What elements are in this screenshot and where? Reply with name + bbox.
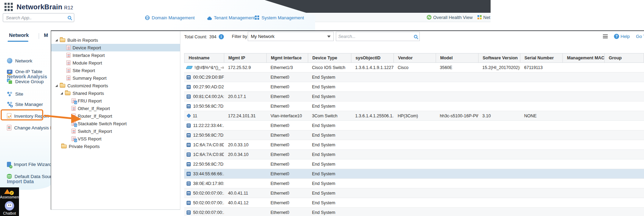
overall-health-view-link[interactable]: Overall Health View xyxy=(427,15,473,20)
cell xyxy=(351,198,394,207)
end-system-icon xyxy=(187,172,191,176)
table-row[interactable]: !@#$%^&*()_-=...172.25.52.9Ethernet1/3Ci… xyxy=(184,63,644,72)
table-row[interactable]: 1C:6A:7A:C0:8D...20.0.34.10Ethernet0End … xyxy=(184,150,644,159)
table-row[interactable]: 00:27:90:AD:D2...Ethernet0End System xyxy=(184,82,644,92)
cell: Ethernet0 xyxy=(266,92,308,101)
table-row[interactable]: 50:02:00:07:00:...40.0.41.12Ethernet0End… xyxy=(184,198,644,208)
expand-caret-icon[interactable] xyxy=(55,85,58,87)
sidebar-item-default-data-sourc[interactable]: Default Data Sourc xyxy=(7,173,51,180)
end-system-icon xyxy=(187,85,191,89)
table-search-input[interactable] xyxy=(338,34,414,39)
column-header-hostname[interactable]: Hostname xyxy=(184,53,224,62)
change-analysis-icon xyxy=(7,125,11,130)
table-row[interactable]: 38:0E:4D:17:80:...Ethernet0End System xyxy=(184,179,644,188)
hostname-text: 11 xyxy=(193,114,197,118)
sidebar-item-device-group[interactable]: Device Group xyxy=(7,78,44,85)
cell: Ethernet0 xyxy=(266,208,308,216)
cell xyxy=(520,198,562,207)
cell xyxy=(436,130,478,140)
expand-caret-icon[interactable] xyxy=(55,39,58,41)
network-filter-select[interactable]: My Network xyxy=(248,32,334,41)
nav-domain-management[interactable]: Domain Management xyxy=(145,15,195,20)
app-search-input[interactable] xyxy=(6,15,68,20)
cell: 3560E xyxy=(436,63,478,72)
nav-label: Domain Management xyxy=(152,15,195,20)
tree-node-built-in-reports[interactable]: Built-in Reports xyxy=(51,36,180,44)
menu-icon[interactable] xyxy=(603,35,608,38)
table-row[interactable]: 11:22:22:33:44:...Ethernet0End System xyxy=(184,121,644,130)
app-launcher-icon[interactable] xyxy=(4,3,13,11)
sidebar-item-site[interactable]: Site xyxy=(7,90,23,98)
column-header-management-mac[interactable]: Management MAC xyxy=(563,53,605,62)
info-icon[interactable]: i xyxy=(219,34,224,39)
tree-node-site-report[interactable]: Site Report xyxy=(51,67,180,74)
table-row[interactable]: 50:02:00:07:00:...Ethernet0End System xyxy=(184,208,644,216)
dock-item-chatbot[interactable]: Chatbot xyxy=(0,211,19,215)
tree-node-other-if-report[interactable]: Other_If_Report xyxy=(51,105,180,112)
tree-node-customized-reports[interactable]: Customized Reports xyxy=(51,82,180,89)
table-row[interactable]: 00:81:C4:00:2A:...20.0.17.1Ethernet0End … xyxy=(184,92,644,101)
tree-node-vss-report[interactable]: VSS Report xyxy=(51,135,180,143)
table-row[interactable]: 22:50:56:8C:7D:...Ethernet0End System xyxy=(184,159,644,169)
active-tab-underline xyxy=(8,41,28,42)
table-row[interactable]: 00:0C:29:D0:BF:...Ethernet0End System xyxy=(184,72,644,82)
column-header-group[interactable]: Group xyxy=(605,53,644,62)
tree-node-device-report[interactable]: Device Report xyxy=(51,44,180,51)
cell xyxy=(351,92,394,101)
tree-node-fru-report[interactable]: FRU Report xyxy=(51,97,180,105)
chatbot-icon[interactable] xyxy=(5,201,14,210)
tree-node-private-reports[interactable]: Private Reports xyxy=(51,143,180,150)
cell: End System xyxy=(308,188,351,198)
table-row[interactable]: 1C:6A:7A:C0:8D...20.0.33.10Ethernet0End … xyxy=(184,140,644,150)
net-menu-link[interactable]: Net xyxy=(477,15,490,20)
table-row[interactable]: 12:50:56:8C:7D:...Ethernet0End System xyxy=(184,130,644,140)
tree-node-module-report[interactable]: Module Report xyxy=(51,59,180,67)
column-header-model[interactable]: Model xyxy=(436,53,479,62)
tree-node-switch-if-report[interactable]: Switch_If_Report xyxy=(51,127,180,135)
column-header-device-type[interactable]: Device Type xyxy=(308,53,351,62)
cell xyxy=(604,198,644,207)
app-search-icon[interactable] xyxy=(68,16,71,19)
column-header-mgmt-ip[interactable]: Mgmt IP xyxy=(224,53,267,62)
tree-node-stackable-switch-report[interactable]: Stackable Switch Report xyxy=(51,120,180,127)
tab-network[interactable]: Network xyxy=(9,32,29,38)
sidebar-item-site-manager[interactable]: Site Manager xyxy=(7,100,43,108)
nav-tenant-management[interactable]: Tenant Management xyxy=(207,15,255,20)
column-header-sysobjectid[interactable]: sysObjectID xyxy=(351,53,394,62)
sidebar-item-change-analysis-re[interactable]: Change Analysis Re xyxy=(7,124,51,131)
table-row[interactable]: 10:50:56:8C:7D:...Ethernet0End System xyxy=(184,101,644,111)
tree-node-router-if-report[interactable]: Router_If_Report xyxy=(51,112,180,120)
cell xyxy=(520,140,562,149)
goto-button[interactable]: Go To xyxy=(636,34,644,39)
cell xyxy=(604,101,644,111)
dock-item-assessment[interactable]: Assessment xyxy=(0,195,19,199)
column-header-serial-number[interactable]: Serial Number xyxy=(520,53,563,62)
folder-icon xyxy=(60,38,65,42)
cell xyxy=(436,82,478,91)
tree-node-label: Other_If_Report xyxy=(78,106,110,111)
help-button[interactable]: ? Help xyxy=(614,34,630,39)
tab-m[interactable]: M xyxy=(44,32,48,38)
column-header-mgmt-interface[interactable]: Mgmt Interface xyxy=(267,53,308,62)
end-system-icon xyxy=(187,201,191,205)
table-row[interactable]: 33:44:55:66:66:...Ethernet0End System xyxy=(184,169,644,179)
hostname-text: 12:50:56:8C:7D:... xyxy=(193,133,224,138)
tree-node-summary-report[interactable]: Summary Report xyxy=(51,74,180,82)
tree-node-interface-report[interactable]: Interface Report xyxy=(51,51,180,59)
table-row[interactable]: 11172.24.101.31Vlan-interface103Com Swit… xyxy=(184,111,644,121)
table-row[interactable]: 50:02:00:07:00:...40.0.41.11Ethernet0End… xyxy=(184,188,644,198)
cell xyxy=(520,130,562,140)
expand-caret-icon[interactable] xyxy=(60,92,63,95)
nav-system-management[interactable]: System Management xyxy=(255,15,304,20)
cell xyxy=(562,72,604,82)
sidebar-item-import-file-wizard[interactable]: Import File Wizard xyxy=(7,160,51,168)
cell xyxy=(351,121,394,130)
tree-node-shared-reports[interactable]: Shared Reports xyxy=(51,89,180,97)
sidebar-item-network[interactable]: Network xyxy=(7,57,32,65)
column-header-vendor[interactable]: Vendor xyxy=(394,53,436,62)
sidebar-item-inventory-report[interactable]: Inventory Report xyxy=(7,112,49,120)
search-icon[interactable] xyxy=(414,35,417,38)
cell: Ethernet0 xyxy=(266,82,308,91)
sidebar-item-one-ip-table[interactable]: One-IP Table xyxy=(7,68,42,75)
column-header-software-version[interactable]: Software Version xyxy=(479,53,520,62)
